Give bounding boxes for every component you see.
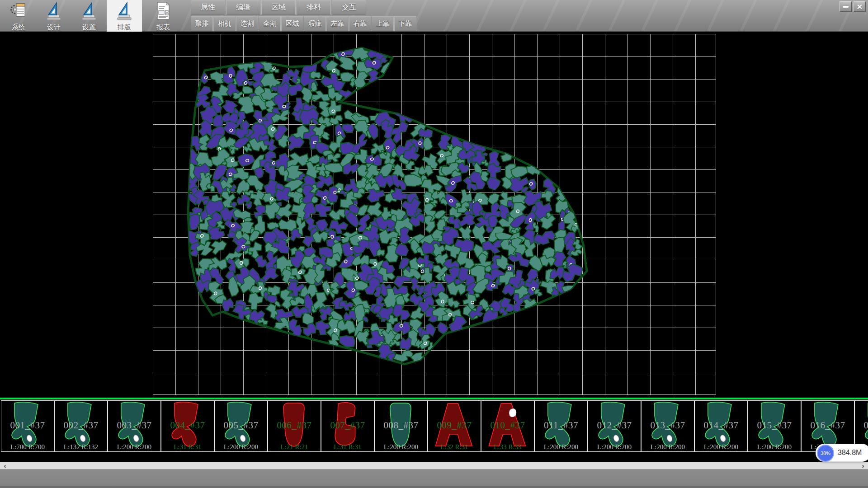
tool-button-3[interactable]: 选割 bbox=[236, 16, 258, 31]
app-button-label: 设置 bbox=[82, 23, 96, 31]
part-shape bbox=[216, 401, 266, 448]
app-button-2[interactable]: 设计 bbox=[36, 0, 71, 32]
app-button-4[interactable]: 排版 bbox=[107, 0, 142, 32]
tool-button-8[interactable]: 右靠 bbox=[349, 16, 371, 31]
tool-button-6[interactable]: 瑕疵 bbox=[304, 16, 326, 31]
part-shape bbox=[3, 401, 52, 448]
menu-tab-3[interactable]: 区域 bbox=[261, 0, 296, 15]
report-doc-icon bbox=[154, 1, 172, 23]
part-shape bbox=[163, 401, 212, 448]
tool-button-2[interactable]: 相机 bbox=[213, 16, 236, 31]
part-shape bbox=[109, 401, 159, 448]
part-shape bbox=[856, 401, 868, 448]
tool-button-row: 聚排相机选割全割区域瑕疵左靠右靠上靠下靠 bbox=[191, 16, 417, 31]
part-thumbnail-10[interactable]: 010_#37L:33 R:33 bbox=[481, 400, 534, 452]
part-shape bbox=[750, 401, 799, 448]
part-thumbnail-11[interactable]: 011_#37L:200 R:200 bbox=[534, 400, 588, 452]
part-thumbnail-2[interactable]: 002_#37L:132 R:132 bbox=[54, 400, 108, 452]
tool-button-4[interactable]: 全割 bbox=[259, 16, 281, 31]
part-thumbnail-1[interactable]: 001_#37L:700 R:700 bbox=[1, 400, 54, 452]
tool-button-5[interactable]: 区域 bbox=[281, 16, 303, 31]
strip-gap bbox=[0, 453, 868, 462]
minimize-icon bbox=[843, 6, 849, 8]
tool-button-9[interactable]: 上靠 bbox=[372, 16, 394, 31]
app-button-5[interactable]: 报表 bbox=[146, 0, 181, 32]
tool-button-1[interactable]: 聚排 bbox=[191, 16, 213, 31]
part-shape bbox=[483, 401, 533, 448]
parts-thumbnail-strip: 001_#37L:700 R:700 002_#37L:132 R:132 00… bbox=[0, 399, 868, 453]
part-thumbnail-6[interactable]: 006_#37L:21 R:21 bbox=[268, 400, 321, 452]
menu-tab-5[interactable]: 交互 bbox=[332, 0, 366, 15]
menu-tab-4[interactable]: 排料 bbox=[297, 0, 331, 15]
app-button-label: 系统 bbox=[12, 23, 25, 31]
app-button-label: 设计 bbox=[47, 23, 61, 31]
part-shape bbox=[376, 401, 426, 448]
part-shape bbox=[590, 401, 639, 448]
menu-tab-2[interactable]: 编辑 bbox=[226, 0, 260, 15]
progress-percent: 38% bbox=[821, 450, 830, 456]
download-progress-pill[interactable]: 38% 384.8M bbox=[816, 444, 868, 462]
menu-tab-row: 属性编辑区域排料交互 bbox=[191, 0, 417, 15]
part-thumbnail-15[interactable]: 015_#37L:200 R:200 bbox=[748, 400, 801, 452]
close-button[interactable]: × bbox=[854, 1, 866, 12]
progress-circle: 38% bbox=[817, 445, 834, 462]
scroll-left-arrow[interactable]: ‹ bbox=[1, 462, 9, 469]
part-thumbnail-3[interactable]: 003_#37L:200 R:200 bbox=[108, 400, 161, 452]
part-thumbnail-4[interactable]: 004_#37L:31 R:31 bbox=[161, 400, 214, 452]
part-shape bbox=[803, 401, 853, 448]
app-mode-buttons: 系统设计设置排版报表 bbox=[1, 0, 181, 32]
part-shape bbox=[643, 401, 693, 448]
part-shape bbox=[536, 401, 586, 448]
design-ruler-icon bbox=[45, 1, 63, 23]
minimize-button[interactable] bbox=[840, 1, 852, 12]
nested-pieces bbox=[182, 43, 584, 366]
nesting-canvas[interactable] bbox=[0, 32, 868, 398]
part-thumbnail-14[interactable]: 014_#37L:200 R:200 bbox=[694, 400, 748, 452]
menu-area: 属性编辑区域排料交互 聚排相机选割全割区域瑕疵左靠右靠上靠下靠 bbox=[191, 0, 417, 31]
menu-tab-1[interactable]: 属性 bbox=[191, 0, 225, 15]
app-button-label: 排版 bbox=[118, 23, 131, 31]
part-shape bbox=[429, 401, 479, 448]
app-button-3[interactable]: 设置 bbox=[71, 0, 107, 32]
part-shape bbox=[696, 401, 746, 448]
tool-button-7[interactable]: 左靠 bbox=[326, 16, 349, 31]
nesting-ruler-icon bbox=[115, 1, 133, 23]
part-shape bbox=[269, 401, 319, 448]
tool-button-10[interactable]: 下靠 bbox=[394, 16, 416, 31]
part-thumbnail-5[interactable]: 005_#37L:200 R:200 bbox=[214, 400, 268, 452]
part-thumbnail-12[interactable]: 012_#37L:200 R:200 bbox=[588, 400, 641, 452]
part-thumbnail-7[interactable]: 007_#37L:31 R:31 bbox=[321, 400, 374, 452]
app-button-1[interactable]: 系统 bbox=[1, 0, 36, 32]
part-thumbnail-13[interactable]: 013_#37L:200 R:200 bbox=[641, 400, 694, 452]
app-button-label: 报表 bbox=[156, 23, 170, 31]
nesting-workspace[interactable] bbox=[0, 32, 868, 398]
part-shape bbox=[56, 401, 106, 448]
main-toolbar: 系统设计设置排版报表 属性编辑区域排料交互 聚排相机选割全割区域瑕疵左靠右靠上靠… bbox=[0, 0, 868, 32]
part-thumbnail-9[interactable]: 009_#37L:32 R:31 bbox=[428, 400, 481, 452]
download-size-text: 384.8M bbox=[838, 449, 862, 457]
part-thumbnail-8[interactable]: 008_#37L:200 R:200 bbox=[374, 400, 428, 452]
horizontal-scrollbar[interactable]: ‹ › bbox=[0, 462, 868, 469]
status-bar bbox=[0, 469, 868, 488]
scroll-right-arrow[interactable]: › bbox=[859, 462, 867, 469]
system-gear-icon bbox=[9, 1, 28, 23]
close-icon: × bbox=[857, 2, 862, 11]
settings-ruler-icon bbox=[80, 1, 98, 23]
part-shape bbox=[323, 401, 373, 448]
